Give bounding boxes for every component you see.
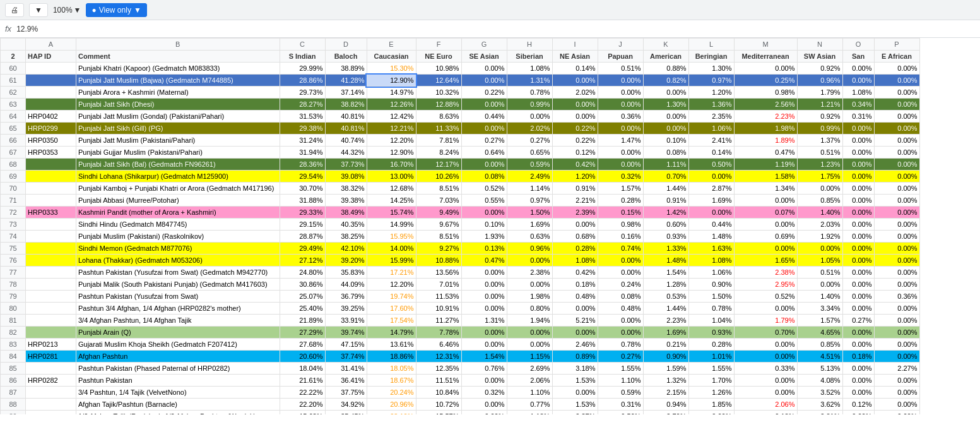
cell-l[interactable]: 1.70% (688, 375, 734, 387)
cell-n[interactable]: 0.92% (797, 63, 842, 75)
cell-m[interactable]: 2.56% (734, 99, 797, 111)
cell-e[interactable]: 12.68% (367, 183, 416, 195)
cell-comment[interactable]: Punjabi Arain (Q) (76, 327, 280, 339)
cell-m[interactable]: 0.00% (734, 243, 797, 255)
cell-hap-id[interactable] (26, 243, 76, 255)
cell-g[interactable]: 0.00% (461, 303, 507, 315)
cell-n[interactable]: 2.81% (797, 411, 842, 415)
cell-k[interactable]: 1.54% (643, 267, 688, 279)
cell-o[interactable]: 0.00% (842, 363, 874, 375)
cell-m[interactable]: 0.18% (734, 411, 797, 415)
cell-l[interactable]: 0.44% (688, 219, 734, 231)
cell-g[interactable]: 0.64% (461, 147, 507, 159)
col-header-p[interactable]: P (874, 39, 919, 51)
cell-hap-id[interactable] (26, 303, 76, 315)
cell-o[interactable]: 0.00% (842, 207, 874, 219)
cell-n[interactable]: 2.03% (797, 219, 842, 231)
cell-n[interactable]: 4.51% (797, 351, 842, 363)
cell-comment[interactable]: Punjabi Jatt Sikh (Gill) (PG) (76, 123, 280, 135)
cell-m[interactable]: 2.23% (734, 111, 797, 123)
cell-c[interactable]: 31.88% (280, 195, 325, 207)
cell-c[interactable]: 22.20% (280, 399, 325, 411)
cell-n[interactable]: 1.21% (797, 99, 842, 111)
cell-j[interactable]: 0.28% (598, 195, 643, 207)
cell-f[interactable]: 11.27% (416, 315, 461, 327)
cell-e[interactable]: 12.90% (367, 147, 416, 159)
cell-l[interactable]: 1.06% (688, 267, 734, 279)
col-header-j[interactable]: J (598, 39, 643, 51)
cell-p[interactable]: 0.00% (874, 351, 919, 363)
cell-k[interactable]: 0.60% (643, 219, 688, 231)
cell-k[interactable]: 0.91% (643, 195, 688, 207)
cell-k[interactable]: 1.11% (643, 159, 688, 171)
cell-h[interactable]: 0.59% (507, 159, 552, 171)
table-row[interactable]: 73Sindhi Hindu (Gedmatch M847745)29.15%4… (1, 219, 920, 231)
cell-o[interactable]: 0.31% (842, 111, 874, 123)
cell-n[interactable]: 1.05% (797, 255, 842, 267)
cell-hap-id[interactable]: HRP0333 (26, 207, 76, 219)
cell-k[interactable]: 1.28% (643, 279, 688, 291)
cell-f[interactable]: 9.67% (416, 219, 461, 231)
cell-m[interactable]: 0.00% (734, 195, 797, 207)
cell-k[interactable]: 0.10% (643, 135, 688, 147)
cell-p[interactable]: 0.00% (874, 339, 919, 351)
cell-comment[interactable]: Punjabi Abbasi (Murree/Potohar) (76, 195, 280, 207)
cell-d[interactable]: 35.45% (325, 411, 367, 415)
cell-h[interactable]: 1.18% (507, 411, 552, 415)
cell-p[interactable]: 0.00% (874, 135, 919, 147)
cell-f[interactable]: 10.84% (416, 387, 461, 399)
cell-l[interactable]: 1.26% (688, 387, 734, 399)
cell-c[interactable]: 28.27% (280, 99, 325, 111)
cell-c[interactable]: 29.38% (280, 123, 325, 135)
cell-d[interactable]: 37.14% (325, 87, 367, 99)
cell-n[interactable]: 4.08% (797, 375, 842, 387)
table-row[interactable]: 813/4 Afghan Pashtun, 1/4 Afghan Tajik21… (1, 315, 920, 327)
table-row[interactable]: 66HRP0350Punjabi Jatt Muslim (Pakistani/… (1, 135, 920, 147)
cell-o[interactable]: 0.00% (842, 411, 874, 415)
cell-n[interactable]: 0.51% (797, 147, 842, 159)
cell-comment[interactable]: Punjabi Jatt Muslim (Pakistani/Pahari) (76, 135, 280, 147)
cell-g[interactable]: 1.54% (461, 351, 507, 363)
cell-p[interactable]: 0.00% (874, 303, 919, 315)
cell-p[interactable]: 0.00% (874, 255, 919, 267)
cell-f[interactable]: 7.81% (416, 135, 461, 147)
cell-hap-id[interactable] (26, 411, 76, 415)
cell-i[interactable]: 1.20% (552, 171, 598, 183)
cell-l[interactable]: 0.00% (688, 171, 734, 183)
cell-comment[interactable]: Punjabi Jatt Sikh (Dhesi) (76, 99, 280, 111)
cell-p[interactable]: 0.36% (874, 291, 919, 303)
cell-j[interactable]: 0.31% (598, 399, 643, 411)
cell-e[interactable]: 20.96% (367, 399, 416, 411)
cell-comment[interactable]: Sindhi Hindu (Gedmatch M847745) (76, 219, 280, 231)
cell-comment[interactable]: 1/2 Afghan Tajik (Panjsher), 1/2 Afghan … (76, 411, 280, 415)
cell-i[interactable]: 5.21% (552, 315, 598, 327)
cell-i[interactable]: 1.08% (552, 255, 598, 267)
cell-l[interactable]: 1.85% (688, 399, 734, 411)
cell-e[interactable]: 16.70% (367, 159, 416, 171)
cell-p[interactable]: 0.00% (874, 75, 919, 87)
cell-comment[interactable]: 3/4 Pashtun, 1/4 Tajik (VelvetNono) (76, 387, 280, 399)
cell-d[interactable]: 39.08% (325, 171, 367, 183)
cell-p[interactable]: 0.00% (874, 279, 919, 291)
cell-d[interactable]: 38.25% (325, 231, 367, 243)
cell-i[interactable]: 0.00% (552, 75, 598, 87)
col-header-d[interactable]: D (325, 39, 367, 51)
cell-m[interactable]: 1.79% (734, 315, 797, 327)
col-header-m[interactable]: M (734, 39, 797, 51)
cell-d[interactable]: 36.41% (325, 375, 367, 387)
cell-i[interactable]: 2.37% (552, 411, 598, 415)
cell-f[interactable]: 8.24% (416, 147, 461, 159)
cell-g[interactable]: 0.00% (461, 291, 507, 303)
cell-d[interactable]: 40.35% (325, 219, 367, 231)
cell-g[interactable]: 0.08% (461, 171, 507, 183)
cell-c[interactable]: 27.12% (280, 255, 325, 267)
cell-p[interactable]: 0.00% (874, 411, 919, 415)
cell-c[interactable]: 21.61% (280, 375, 325, 387)
cell-o[interactable]: 0.00% (842, 183, 874, 195)
cell-o[interactable]: 0.00% (842, 171, 874, 183)
cell-l[interactable]: 2.41% (688, 135, 734, 147)
cell-e[interactable]: 17.60% (367, 303, 416, 315)
cell-g[interactable]: 0.47% (461, 255, 507, 267)
cell-g[interactable]: 1.93% (461, 231, 507, 243)
cell-c[interactable]: 22.22% (280, 387, 325, 399)
